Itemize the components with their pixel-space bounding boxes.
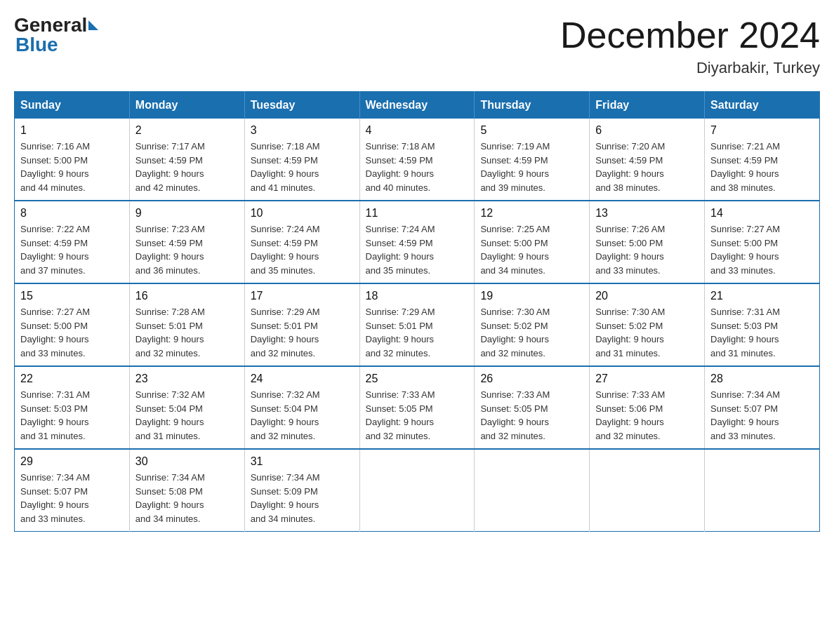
day-info: Sunrise: 7:27 AM Sunset: 5:00 PM Dayligh… — [710, 222, 814, 277]
calendar-week-row: 22 Sunrise: 7:31 AM Sunset: 5:03 PM Dayl… — [15, 366, 820, 449]
calendar-cell: 31 Sunrise: 7:34 AM Sunset: 5:09 PM Dayl… — [244, 449, 359, 532]
day-info: Sunrise: 7:32 AM Sunset: 5:04 PM Dayligh… — [251, 388, 354, 443]
day-info: Sunrise: 7:30 AM Sunset: 5:02 PM Dayligh… — [480, 305, 583, 360]
calendar-header-row: SundayMondayTuesdayWednesdayThursdayFrid… — [15, 92, 820, 119]
day-info: Sunrise: 7:23 AM Sunset: 4:59 PM Dayligh… — [135, 222, 239, 277]
day-number: 1 — [20, 124, 124, 137]
day-number: 3 — [251, 124, 354, 137]
calendar-cell: 6 Sunrise: 7:20 AM Sunset: 4:59 PM Dayli… — [590, 119, 705, 201]
day-info: Sunrise: 7:22 AM Sunset: 4:59 PM Dayligh… — [20, 222, 124, 277]
day-number: 7 — [710, 124, 814, 137]
header-wednesday: Wednesday — [359, 92, 475, 119]
calendar-cell: 2 Sunrise: 7:17 AM Sunset: 4:59 PM Dayli… — [129, 119, 244, 201]
day-info: Sunrise: 7:32 AM Sunset: 5:04 PM Dayligh… — [135, 388, 239, 443]
day-number: 22 — [20, 373, 124, 385]
day-info: Sunrise: 7:34 AM Sunset: 5:08 PM Dayligh… — [135, 471, 239, 525]
day-number: 8 — [20, 207, 124, 220]
day-number: 14 — [710, 207, 814, 220]
day-number: 9 — [135, 207, 239, 220]
calendar-cell: 3 Sunrise: 7:18 AM Sunset: 4:59 PM Dayli… — [244, 119, 359, 201]
day-info: Sunrise: 7:33 AM Sunset: 5:05 PM Dayligh… — [366, 388, 469, 443]
calendar-cell: 25 Sunrise: 7:33 AM Sunset: 5:05 PM Dayl… — [359, 366, 475, 449]
day-info: Sunrise: 7:27 AM Sunset: 5:00 PM Dayligh… — [20, 305, 124, 360]
header-sunday: Sunday — [15, 92, 130, 119]
day-info: Sunrise: 7:25 AM Sunset: 5:00 PM Dayligh… — [480, 222, 583, 277]
calendar-cell: 4 Sunrise: 7:18 AM Sunset: 4:59 PM Dayli… — [359, 119, 475, 201]
day-number: 4 — [366, 124, 469, 137]
logo-blue: Blue — [15, 34, 58, 55]
calendar-cell: 15 Sunrise: 7:27 AM Sunset: 5:00 PM Dayl… — [15, 283, 130, 366]
calendar-cell: 16 Sunrise: 7:28 AM Sunset: 5:01 PM Dayl… — [129, 283, 244, 366]
day-number: 21 — [710, 290, 814, 302]
day-number: 11 — [366, 207, 469, 220]
day-number: 19 — [480, 290, 583, 302]
calendar-cell: 9 Sunrise: 7:23 AM Sunset: 4:59 PM Dayli… — [129, 201, 244, 283]
calendar-cell: 28 Sunrise: 7:34 AM Sunset: 5:07 PM Dayl… — [705, 366, 820, 449]
day-info: Sunrise: 7:24 AM Sunset: 4:59 PM Dayligh… — [366, 222, 469, 277]
calendar-cell: 13 Sunrise: 7:26 AM Sunset: 5:00 PM Dayl… — [590, 201, 705, 283]
calendar-cell — [359, 449, 475, 532]
logo-arrow-icon — [88, 20, 98, 30]
day-info: Sunrise: 7:33 AM Sunset: 5:06 PM Dayligh… — [595, 388, 699, 443]
calendar-cell: 19 Sunrise: 7:30 AM Sunset: 5:02 PM Dayl… — [475, 283, 590, 366]
day-info: Sunrise: 7:24 AM Sunset: 4:59 PM Dayligh… — [251, 222, 354, 277]
day-number: 24 — [251, 373, 354, 385]
calendar-cell: 21 Sunrise: 7:31 AM Sunset: 5:03 PM Dayl… — [705, 283, 820, 366]
calendar-week-row: 1 Sunrise: 7:16 AM Sunset: 5:00 PM Dayli… — [15, 119, 820, 201]
day-number: 26 — [480, 373, 583, 385]
day-number: 15 — [20, 290, 124, 302]
day-number: 27 — [595, 373, 699, 385]
header-thursday: Thursday — [475, 92, 590, 119]
day-info: Sunrise: 7:31 AM Sunset: 5:03 PM Dayligh… — [710, 305, 814, 360]
day-number: 6 — [595, 124, 699, 137]
day-number: 16 — [135, 290, 239, 302]
day-number: 12 — [480, 207, 583, 220]
calendar-week-row: 15 Sunrise: 7:27 AM Sunset: 5:00 PM Dayl… — [15, 283, 820, 366]
location: Diyarbakir, Turkey — [560, 59, 820, 77]
calendar-cell: 26 Sunrise: 7:33 AM Sunset: 5:05 PM Dayl… — [475, 366, 590, 449]
day-number: 30 — [135, 455, 239, 468]
calendar-cell: 23 Sunrise: 7:32 AM Sunset: 5:04 PM Dayl… — [129, 366, 244, 449]
calendar-cell: 24 Sunrise: 7:32 AM Sunset: 5:04 PM Dayl… — [244, 366, 359, 449]
calendar-cell: 10 Sunrise: 7:24 AM Sunset: 4:59 PM Dayl… — [244, 201, 359, 283]
day-number: 10 — [251, 207, 354, 220]
page-header: General Blue December 2024 Diyarbakir, T… — [14, 14, 820, 77]
day-info: Sunrise: 7:34 AM Sunset: 5:07 PM Dayligh… — [20, 471, 124, 525]
day-info: Sunrise: 7:18 AM Sunset: 4:59 PM Dayligh… — [251, 140, 354, 194]
calendar-cell: 22 Sunrise: 7:31 AM Sunset: 5:03 PM Dayl… — [15, 366, 130, 449]
day-info: Sunrise: 7:18 AM Sunset: 4:59 PM Dayligh… — [366, 140, 469, 194]
calendar-cell: 11 Sunrise: 7:24 AM Sunset: 4:59 PM Dayl… — [359, 201, 475, 283]
calendar-cell: 27 Sunrise: 7:33 AM Sunset: 5:06 PM Dayl… — [590, 366, 705, 449]
calendar-cell — [705, 449, 820, 532]
day-number: 5 — [480, 124, 583, 137]
calendar-cell: 18 Sunrise: 7:29 AM Sunset: 5:01 PM Dayl… — [359, 283, 475, 366]
day-number: 20 — [595, 290, 699, 302]
day-info: Sunrise: 7:16 AM Sunset: 5:00 PM Dayligh… — [20, 140, 124, 194]
calendar-cell: 14 Sunrise: 7:27 AM Sunset: 5:00 PM Dayl… — [705, 201, 820, 283]
day-info: Sunrise: 7:31 AM Sunset: 5:03 PM Dayligh… — [20, 388, 124, 443]
header-tuesday: Tuesday — [244, 92, 359, 119]
logo: General Blue — [14, 14, 100, 56]
day-info: Sunrise: 7:28 AM Sunset: 5:01 PM Dayligh… — [135, 305, 239, 360]
title-block: December 2024 Diyarbakir, Turkey — [560, 14, 820, 77]
calendar-cell: 29 Sunrise: 7:34 AM Sunset: 5:07 PM Dayl… — [15, 449, 130, 532]
header-saturday: Saturday — [705, 92, 820, 119]
calendar-cell: 1 Sunrise: 7:16 AM Sunset: 5:00 PM Dayli… — [15, 119, 130, 201]
day-info: Sunrise: 7:29 AM Sunset: 5:01 PM Dayligh… — [251, 305, 354, 360]
calendar-week-row: 29 Sunrise: 7:34 AM Sunset: 5:07 PM Dayl… — [15, 449, 820, 532]
day-number: 2 — [135, 124, 239, 137]
calendar-cell: 30 Sunrise: 7:34 AM Sunset: 5:08 PM Dayl… — [129, 449, 244, 532]
calendar-cell — [475, 449, 590, 532]
day-info: Sunrise: 7:34 AM Sunset: 5:09 PM Dayligh… — [251, 471, 354, 525]
calendar-cell: 12 Sunrise: 7:25 AM Sunset: 5:00 PM Dayl… — [475, 201, 590, 283]
day-info: Sunrise: 7:17 AM Sunset: 4:59 PM Dayligh… — [135, 140, 239, 194]
calendar-cell: 7 Sunrise: 7:21 AM Sunset: 4:59 PM Dayli… — [705, 119, 820, 201]
calendar-cell: 17 Sunrise: 7:29 AM Sunset: 5:01 PM Dayl… — [244, 283, 359, 366]
day-info: Sunrise: 7:34 AM Sunset: 5:07 PM Dayligh… — [710, 388, 814, 443]
calendar-cell — [590, 449, 705, 532]
header-friday: Friday — [590, 92, 705, 119]
calendar-table: SundayMondayTuesdayWednesdayThursdayFrid… — [14, 91, 820, 532]
calendar-cell: 8 Sunrise: 7:22 AM Sunset: 4:59 PM Dayli… — [15, 201, 130, 283]
day-number: 29 — [20, 455, 124, 468]
calendar-cell: 20 Sunrise: 7:30 AM Sunset: 5:02 PM Dayl… — [590, 283, 705, 366]
